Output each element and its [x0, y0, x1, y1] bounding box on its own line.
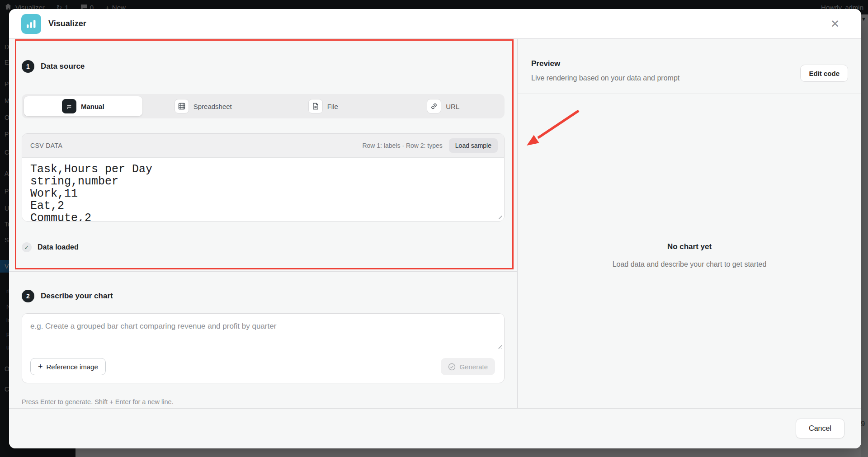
cancel-button[interactable]: Cancel	[796, 419, 844, 438]
step-2-badge: 2	[22, 290, 34, 302]
tab-spreadsheet[interactable]: Spreadsheet	[144, 96, 263, 116]
preview-panel: Preview Live rendering based on your dat…	[518, 39, 861, 408]
prompt-card: + Reference image Generate	[22, 313, 505, 383]
csv-data-card: CSV DATA Row 1: labels · Row 2: types Lo…	[22, 133, 505, 221]
link-icon	[427, 99, 441, 113]
csv-rows-hint: Row 1: labels · Row 2: types	[362, 142, 442, 149]
describe-title: Describe your chart	[41, 292, 113, 301]
tab-url[interactable]: URL	[384, 96, 503, 116]
generate-button[interactable]: Generate	[441, 358, 495, 375]
no-chart-title: No chart yet	[518, 242, 861, 251]
data-source-step-header: 1 Data source	[22, 60, 505, 73]
check-icon: ✓	[22, 242, 32, 252]
tab-file-label: File	[327, 103, 338, 110]
modal-title: Visualizer	[48, 19, 86, 28]
modal-header: Visualizer ✕	[9, 9, 861, 39]
modal-body: 1 Data source Manual	[9, 39, 861, 408]
modal-footer: Cancel	[9, 408, 861, 448]
circle-check-icon	[448, 363, 456, 371]
section-divider	[9, 271, 517, 272]
csv-card-header: CSV DATA Row 1: labels · Row 2: types Lo…	[22, 134, 504, 158]
close-icon[interactable]: ✕	[829, 17, 841, 31]
csv-data-label: CSV DATA	[30, 142, 62, 149]
load-sample-button[interactable]: Load sample	[449, 138, 498, 153]
file-icon	[308, 99, 323, 113]
screen: Visualizer ↻ 1 0 + New Howdy, admin DElP…	[0, 0, 868, 457]
spreadsheet-icon	[175, 99, 189, 113]
data-source-title: Data source	[41, 62, 85, 71]
visualizer-modal: Visualizer ✕ 1 Data source	[9, 9, 861, 448]
enter-hint-text: Press Enter to generate. Shift + Enter f…	[22, 398, 505, 405]
database-icon	[62, 99, 76, 113]
reference-image-label: Reference image	[47, 363, 98, 371]
describe-step-header: 2 Describe your chart	[22, 290, 505, 302]
reference-image-button[interactable]: + Reference image	[30, 358, 106, 375]
data-source-tabbar: Manual Spreadsheet	[22, 94, 505, 118]
tab-spreadsheet-label: Spreadsheet	[193, 103, 232, 110]
generate-label: Generate	[459, 363, 488, 371]
step-1-badge: 1	[22, 60, 34, 73]
plus-icon: +	[38, 362, 43, 372]
csv-data-input[interactable]: Task,Hours per Day string,number Work,11…	[22, 158, 504, 221]
preview-header: Preview Live rendering based on your dat…	[518, 39, 861, 94]
builder-panel: 1 Data source Manual	[9, 39, 518, 408]
chart-prompt-input[interactable]	[22, 314, 504, 351]
visualizer-logo-icon	[21, 14, 41, 34]
edit-code-button[interactable]: Edit code	[800, 65, 848, 82]
tab-manual[interactable]: Manual	[24, 96, 142, 116]
tab-manual-label: Manual	[81, 103, 104, 110]
data-loaded-status: ✓ Data loaded	[22, 242, 505, 253]
tab-file[interactable]: File	[264, 96, 382, 116]
no-chart-subtitle: Load data and describe your chart to get…	[518, 260, 861, 269]
tab-url-label: URL	[446, 103, 459, 110]
status-badge: Data loaded	[38, 243, 79, 251]
preview-empty-state: No chart yet Load data and describe your…	[518, 242, 861, 269]
prompt-actions-row: + Reference image Generate	[22, 350, 504, 383]
